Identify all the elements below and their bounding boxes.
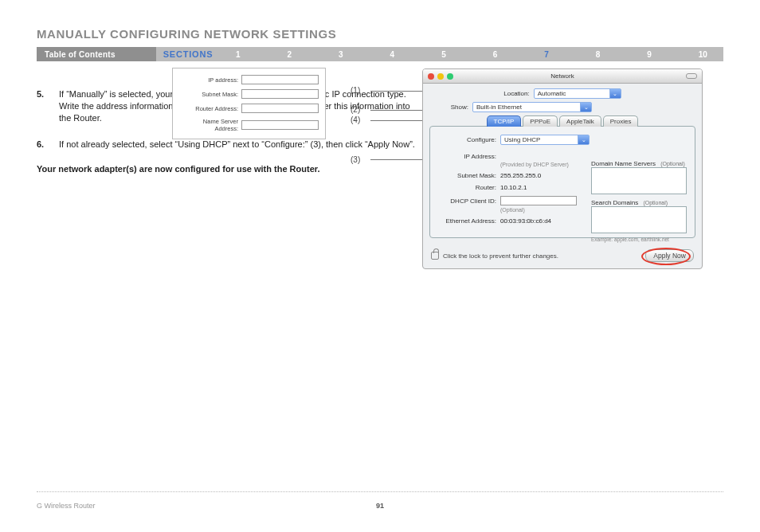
section-link-10[interactable]: 10 <box>699 50 707 59</box>
example-text: Example: apple.com, earthlink.net <box>591 237 687 242</box>
titlebar: Network <box>423 69 702 84</box>
tab-proxies[interactable]: Proxies <box>603 115 639 127</box>
router-value: 10.10.2.1 <box>500 184 527 191</box>
section-link-5[interactable]: 5 <box>441 50 446 59</box>
location-label: Location: <box>503 90 533 97</box>
footer-rule <box>37 491 723 492</box>
location-value: Automatic <box>538 90 566 97</box>
toc-link[interactable]: Table of Contents <box>37 47 156 61</box>
traffic-lights <box>428 73 453 80</box>
dns-textarea[interactable] <box>591 167 687 194</box>
ip-form-figure: IP address: Subnet Mask: Router Address:… <box>172 68 326 139</box>
tab-appletalk[interactable]: AppleTalk <box>559 115 601 127</box>
search-domains-textarea[interactable] <box>591 206 687 233</box>
router-label: Router: <box>438 184 500 191</box>
footer-left: G Wireless Router <box>37 502 96 510</box>
form-input <box>241 75 319 84</box>
dhcp-label: DHCP Client ID: <box>438 198 500 205</box>
configure-value: Using DHCP <box>504 136 540 143</box>
section-link-8[interactable]: 8 <box>596 50 601 59</box>
section-link-2[interactable]: 2 <box>288 50 292 59</box>
eth-label: Ethernet Address: <box>438 217 500 225</box>
callout-1: (1) <box>351 86 360 95</box>
search-domains-optional: (Optional) <box>643 200 668 205</box>
tab-pppoe[interactable]: PPPoE <box>523 115 558 127</box>
dns-label: Domain Name Servers <box>591 160 656 167</box>
tcpip-panel: Configure: Using DHCP ⌄ IP Address: (Pro… <box>429 126 695 238</box>
callout-4: (4) <box>351 115 360 124</box>
configure-select[interactable]: Using DHCP ⌄ <box>500 135 590 145</box>
page-number: 91 <box>376 502 384 510</box>
configure-label: Configure: <box>438 136 500 143</box>
section-link-7[interactable]: 7 <box>544 50 549 59</box>
minimize-icon[interactable] <box>437 73 444 80</box>
section-link-3[interactable]: 3 <box>339 50 343 59</box>
section-link-4[interactable]: 4 <box>390 50 395 59</box>
zoom-icon[interactable] <box>447 73 453 80</box>
chevron-updown-icon: ⌄ <box>609 89 621 98</box>
window-title: Network <box>550 72 574 80</box>
show-value: Built-in Ethernet <box>476 104 522 111</box>
step-number: 6. <box>37 139 59 151</box>
subnet-value: 255.255.255.0 <box>500 172 541 179</box>
section-link-1[interactable]: 1 <box>236 50 241 59</box>
section-link-9[interactable]: 9 <box>647 50 652 59</box>
dhcp-note: (Optional) <box>500 207 525 213</box>
chevron-updown-icon: ⌄ <box>580 103 591 111</box>
close-icon[interactable] <box>428 73 434 80</box>
step-number: 5. <box>37 88 59 124</box>
search-domains-label: Search Domains <box>591 199 638 206</box>
form-input <box>241 104 319 113</box>
form-label: Subnet Mask: <box>179 91 241 98</box>
apply-now-button[interactable]: Apply Now <box>645 249 694 262</box>
step-text: If not already selected, select “Using D… <box>59 139 419 151</box>
form-label: IP address: <box>179 76 241 84</box>
network-prefs-window: Network Location: Automatic ⌄ Show: Buil… <box>422 68 703 269</box>
dhcp-client-id-input[interactable] <box>500 196 577 205</box>
eth-value: 00:03:93:0b:c6:d4 <box>500 217 551 225</box>
lock-text: Click the lock to prevent further change… <box>443 252 558 260</box>
lock-icon[interactable] <box>431 252 439 260</box>
conclusion-text: Your network adapter(s) are now configur… <box>37 164 419 174</box>
sections-label: SECTIONS <box>156 47 220 61</box>
ip-note: (Provided by DHCP Server) <box>500 162 569 167</box>
form-input <box>241 89 319 99</box>
chevron-updown-icon: ⌄ <box>578 135 589 144</box>
page-title: MANUALLY CONFIGURING NETWORK SETTINGS <box>37 27 723 41</box>
location-select[interactable]: Automatic ⌄ <box>534 88 621 99</box>
section-nav: Table of Contents SECTIONS 12345678910 <box>37 47 723 61</box>
form-label: Router Address: <box>179 105 241 112</box>
ip-label: IP Address: <box>438 153 500 160</box>
section-link-6[interactable]: 6 <box>493 50 498 59</box>
subnet-label: Subnet Mask: <box>438 172 500 179</box>
callout-3: (3) <box>351 155 360 164</box>
tab-tcpip[interactable]: TCP/IP <box>487 115 522 127</box>
show-label: Show: <box>429 104 472 111</box>
dns-optional: (Optional) <box>660 161 685 166</box>
form-input <box>241 120 319 130</box>
show-select[interactable]: Built-in Ethernet ⌄ <box>472 102 592 112</box>
callout-2: (2) <box>351 105 360 114</box>
toolbar-pill-icon[interactable] <box>686 73 697 79</box>
page-footer: G Wireless Router 91 <box>37 502 723 510</box>
form-label: Name Server Address: <box>179 118 241 132</box>
